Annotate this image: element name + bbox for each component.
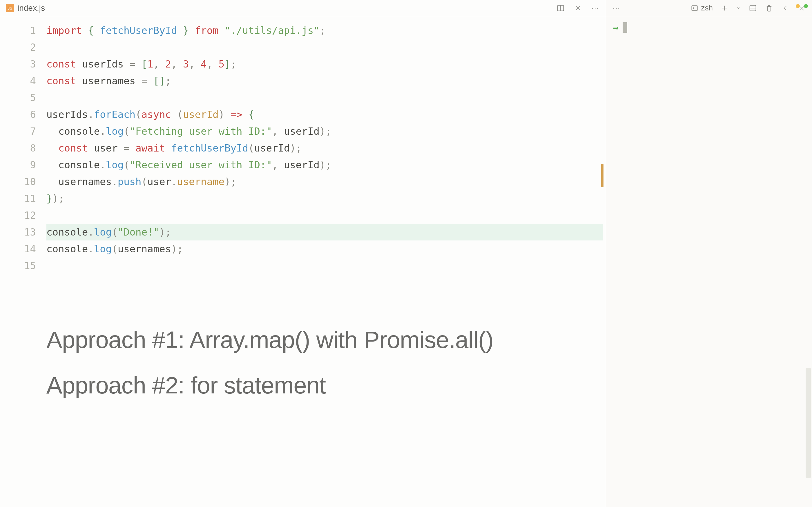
approach-notes: Approach #1: Array.map() with Promise.al…: [46, 325, 493, 415]
line-number: 5: [0, 89, 36, 106]
terminal-scrollbar[interactable]: [806, 368, 811, 478]
line-number: 15: [0, 257, 36, 274]
svg-rect-4: [692, 5, 698, 10]
terminal-body[interactable]: →: [606, 16, 812, 507]
line-number: 3: [0, 56, 36, 72]
line-number: 8: [0, 139, 36, 157]
editor-tab-actions: ···: [556, 3, 600, 13]
scroll-marker: [601, 164, 604, 187]
editor-tab-bar: JS index.js ···: [0, 0, 606, 16]
terminal-actions: zsh: [691, 3, 806, 13]
trash-icon[interactable]: [764, 3, 774, 13]
code-line: userIds.forEach(async (userId) => {: [46, 106, 606, 123]
approach-2-text: Approach #2: for statement: [46, 370, 493, 401]
code-line: [46, 207, 606, 224]
code-line: console.log("Received user with ID:", us…: [46, 157, 606, 173]
code-line: [46, 89, 606, 106]
window-controls: [796, 4, 808, 8]
code-line: console.log("Done!");: [46, 224, 606, 240]
code-line: usernames.push(user.username);: [46, 173, 606, 190]
line-number: 6: [0, 106, 36, 123]
code-line: const user = await fetchUserById(userId)…: [46, 139, 606, 157]
code-line: [46, 39, 606, 56]
more-options-icon[interactable]: ···: [591, 3, 600, 13]
line-number: 11: [0, 190, 36, 207]
terminal-pane: ··· zsh: [606, 0, 812, 507]
new-terminal-icon[interactable]: [720, 3, 729, 13]
code-line: [46, 257, 606, 274]
terminal-icon: [691, 4, 698, 12]
split-terminal-icon[interactable]: [748, 3, 758, 13]
split-editor-icon[interactable]: [556, 3, 565, 13]
line-number: 4: [0, 72, 36, 89]
minimize-button[interactable]: [796, 4, 800, 8]
terminal-more-icon[interactable]: ···: [612, 3, 621, 13]
shell-name: zsh: [701, 3, 713, 12]
line-number: 9: [0, 157, 36, 173]
editor-body[interactable]: 1 2 3 4 5 6 7 8 9 10 11 12 13 14 15: [0, 16, 606, 507]
line-number: 13: [0, 224, 36, 240]
line-number: 2: [0, 39, 36, 56]
close-tab-icon[interactable]: [573, 3, 582, 13]
code-line: console.log("Fetching user with ID:", us…: [46, 123, 606, 139]
code-line: console.log(usernames);: [46, 240, 606, 257]
code-line: const userIds = [1, 2, 3, 4, 5];: [46, 56, 606, 72]
line-number: 12: [0, 207, 36, 224]
prompt-arrow: →: [613, 22, 619, 33]
terminal-cursor: [623, 22, 627, 33]
tab-filename: index.js: [17, 3, 45, 13]
editor-pane: JS index.js ··· 1 2 3 4 5 6: [0, 0, 606, 507]
code-line: const usernames = [];: [46, 72, 606, 89]
code-line: import { fetchUserById } from "./utils/a…: [46, 22, 606, 39]
code-line: });: [46, 190, 606, 207]
main-container: JS index.js ··· 1 2 3 4 5 6: [0, 0, 812, 507]
maximize-button[interactable]: [804, 4, 808, 8]
approach-1-text: Approach #1: Array.map() with Promise.al…: [46, 325, 493, 355]
file-tab[interactable]: JS index.js: [6, 3, 45, 13]
previous-icon[interactable]: [781, 3, 790, 13]
javascript-file-icon: JS: [6, 4, 14, 12]
code-area[interactable]: import { fetchUserById } from "./utils/a…: [46, 22, 606, 507]
terminal-shell-tab[interactable]: zsh: [691, 3, 713, 12]
line-number: 10: [0, 173, 36, 190]
line-number: 1: [0, 22, 36, 39]
terminal-tab-bar: ··· zsh: [606, 0, 812, 16]
line-number: 7: [0, 123, 36, 139]
dropdown-chevron-icon[interactable]: [736, 3, 741, 13]
line-number-gutter: 1 2 3 4 5 6 7 8 9 10 11 12 13 14 15: [0, 22, 46, 507]
line-number: 14: [0, 240, 36, 257]
terminal-prompt: →: [613, 22, 805, 33]
